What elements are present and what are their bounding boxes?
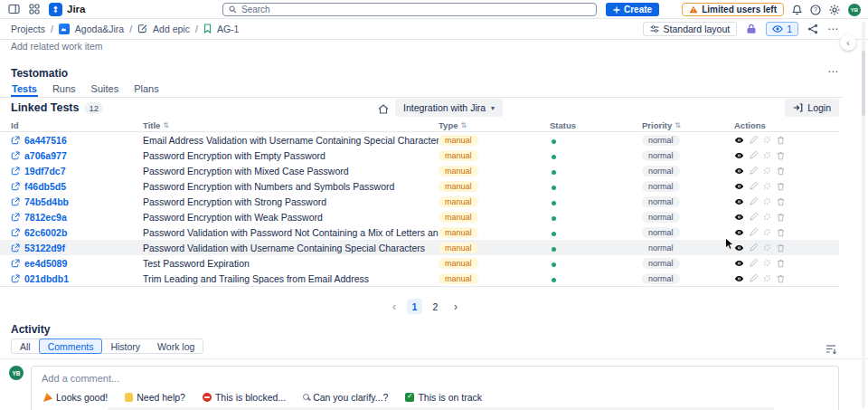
home-icon[interactable] <box>378 101 389 118</box>
view-eye-icon[interactable] <box>734 137 744 144</box>
table-row[interactable]: a706a977 Password Encryption with Empty … <box>0 148 839 163</box>
comment-placeholder[interactable]: Add a comment... <box>42 373 119 384</box>
external-link-icon[interactable] <box>11 182 20 191</box>
view-eye-icon[interactable] <box>734 260 744 267</box>
external-link-icon[interactable] <box>11 213 20 222</box>
tab-all[interactable]: All <box>11 338 40 354</box>
quick-reply-button[interactable]: Can you clarify...? <box>303 392 388 403</box>
test-id-link[interactable]: f46db5d5 <box>24 181 66 192</box>
edit-pencil-icon[interactable] <box>750 274 758 282</box>
lock-icon[interactable] <box>746 24 757 34</box>
watchers-button[interactable]: 1 <box>766 22 798 36</box>
integration-dropdown[interactable]: Integration with Jira ▾ <box>395 99 503 117</box>
test-id-link[interactable]: 53122d9f <box>24 243 65 253</box>
test-id-link[interactable]: a706a977 <box>24 150 67 161</box>
test-id-link[interactable]: 7812ec9a <box>24 212 67 223</box>
sort-arrows-icon[interactable]: ⇅ <box>675 121 681 129</box>
column-header[interactable]: Id <box>11 120 143 130</box>
limited-users-warning[interactable]: Limited users left <box>682 3 784 16</box>
unlink-icon[interactable] <box>763 259 771 267</box>
delete-trash-icon[interactable] <box>777 167 785 176</box>
unlink-icon[interactable] <box>763 136 771 144</box>
column-header[interactable]: Type ⇅ <box>439 120 550 130</box>
unlink-icon[interactable] <box>763 274 771 282</box>
delete-trash-icon[interactable] <box>777 197 785 206</box>
settings-gear-icon[interactable] <box>829 5 840 15</box>
test-id-link[interactable]: 74b5d4bb <box>24 196 69 207</box>
delete-trash-icon[interactable] <box>777 151 785 160</box>
unlink-icon[interactable] <box>763 151 771 159</box>
breadcrumb-add-epic[interactable]: Add epic <box>153 24 190 34</box>
external-link-icon[interactable] <box>11 228 20 237</box>
table-row[interactable]: 53122d9f Password Validation with Userna… <box>0 240 839 255</box>
quick-reply-button[interactable]: This is blocked... <box>203 392 286 403</box>
column-header[interactable]: Actions <box>734 120 839 130</box>
delete-trash-icon[interactable] <box>777 259 785 268</box>
unlink-icon[interactable] <box>763 197 771 205</box>
table-row[interactable]: 74b5d4bb Password Encryption with Strong… <box>0 194 839 209</box>
tab-runs[interactable]: Runs <box>52 81 77 97</box>
test-id-link[interactable]: 021dbdb1 <box>24 273 69 284</box>
sort-arrows-icon[interactable]: ⇅ <box>460 121 467 129</box>
external-link-icon[interactable] <box>11 197 20 206</box>
edit-pencil-icon[interactable] <box>750 151 758 159</box>
table-row[interactable]: 62c6002b Password Validation with Passwo… <box>0 224 839 240</box>
test-id-link[interactable]: 19df7dc7 <box>24 166 66 176</box>
view-eye-icon[interactable] <box>734 229 744 236</box>
tab-suites[interactable]: Suites <box>90 81 120 97</box>
tab-worklog[interactable]: Work log <box>148 338 203 354</box>
vertical-scrollbar-thumb[interactable] <box>862 51 865 116</box>
delete-trash-icon[interactable] <box>777 243 785 253</box>
sort-arrows-icon[interactable]: ⇅ <box>163 121 169 129</box>
create-button[interactable]: Create <box>606 3 659 16</box>
external-link-icon[interactable] <box>11 259 20 268</box>
tab-comments[interactable]: Comments <box>39 338 103 354</box>
test-id-link[interactable]: ee4d5089 <box>24 258 67 269</box>
testomatio-more-icon[interactable]: ⋯ <box>827 65 839 78</box>
edit-pencil-icon[interactable] <box>750 243 758 252</box>
delete-trash-icon[interactable] <box>777 274 785 283</box>
external-link-icon[interactable] <box>11 274 20 283</box>
table-row[interactable]: 021dbdb1 Trim Leading and Trailing Space… <box>0 271 839 286</box>
page-more-icon[interactable]: ⋯ <box>827 23 839 35</box>
quick-reply-button[interactable]: Need help? <box>125 392 185 403</box>
table-row[interactable]: f46db5d5 Password Encryption with Number… <box>0 178 839 194</box>
unlink-icon[interactable] <box>763 243 771 252</box>
unlink-icon[interactable] <box>763 228 771 236</box>
prev-page-icon[interactable]: ‹ <box>387 300 401 313</box>
breadcrumb-issue-key[interactable]: AG-1 <box>217 24 240 34</box>
sort-order-icon[interactable] <box>826 342 837 358</box>
quick-reply-button[interactable]: This is on track <box>405 392 482 403</box>
unlink-icon[interactable] <box>763 182 771 190</box>
table-row[interactable]: ee4d5089 Test Password Expiration manual… <box>0 255 839 271</box>
help-icon[interactable]: ? <box>810 5 821 15</box>
delete-trash-icon[interactable] <box>777 182 785 191</box>
column-header[interactable]: Title ⇅ <box>143 120 439 130</box>
edit-pencil-icon[interactable] <box>750 213 758 221</box>
login-button[interactable]: Login <box>785 99 839 117</box>
unlink-icon[interactable] <box>763 167 771 175</box>
comment-box[interactable]: Add a comment... Looks good! Need help? … <box>31 366 839 410</box>
breadcrumb-projects[interactable]: Projects <box>11 24 45 34</box>
view-eye-icon[interactable] <box>734 167 744 175</box>
notifications-icon[interactable] <box>792 5 802 15</box>
view-eye-icon[interactable] <box>734 198 744 205</box>
edit-pencil-icon[interactable] <box>750 228 758 236</box>
quick-reply-button[interactable]: Looks good! <box>43 392 108 403</box>
view-eye-icon[interactable] <box>734 275 744 282</box>
table-row[interactable]: 7812ec9a Password Encryption with Weak P… <box>0 209 839 224</box>
share-icon[interactable] <box>807 24 818 34</box>
standard-layout-button[interactable]: Standard layout <box>643 22 738 36</box>
search-input[interactable]: Search <box>222 3 597 16</box>
view-eye-icon[interactable] <box>734 152 744 159</box>
add-related-work-item-text[interactable]: Add related work item <box>11 41 103 52</box>
edit-pencil-icon[interactable] <box>750 259 758 267</box>
tab-tests[interactable]: Tests <box>11 81 38 97</box>
table-row[interactable]: 19df7dc7 Password Encryption with Mixed … <box>0 163 839 178</box>
next-page-icon[interactable]: › <box>448 300 463 313</box>
table-row[interactable]: 6a447516 Email Address Validation with U… <box>0 132 839 148</box>
edit-pencil-icon[interactable] <box>750 197 758 205</box>
test-id-link[interactable]: 6a447516 <box>24 135 67 146</box>
external-link-icon[interactable] <box>11 136 20 145</box>
tab-plans[interactable]: Plans <box>133 81 160 97</box>
